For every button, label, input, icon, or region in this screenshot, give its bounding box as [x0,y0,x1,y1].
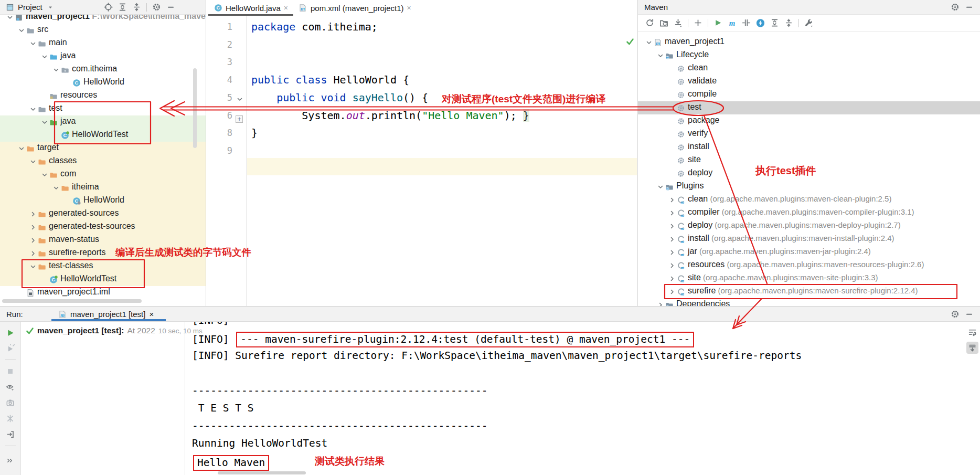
add-icon[interactable] [694,18,702,27]
generate-sources-icon[interactable] [659,18,668,27]
chevron-down-icon[interactable] [656,51,665,60]
chevron-down-icon[interactable] [40,52,49,61]
project-tree-item-java[interactable]: java [0,50,206,63]
exit-icon[interactable] [6,430,15,439]
chevron-down-icon[interactable] [28,104,37,113]
maven-tree-item-install[interactable]: install [638,141,980,154]
hide-icon[interactable] [166,3,175,12]
project-tree-item-helloworld[interactable]: CHelloWorld [0,76,206,89]
hide-icon[interactable] [965,3,974,12]
rerun-icon[interactable] [6,328,15,337]
project-tree-item-java[interactable]: java [0,115,206,129]
project-tree-item-maven-status[interactable]: maven-status [0,234,206,247]
maven-tree-item-plugins[interactable]: Plugins [638,180,980,193]
project-tree-item-classes[interactable]: classes [0,155,206,168]
project-tree-item-test-classes[interactable]: test-classes [0,260,206,273]
chevron-down-icon[interactable] [644,38,653,47]
hide-icon[interactable] [965,310,974,319]
maven-tree-item-install[interactable]: minstall (org.apache.maven.plugins:maven… [638,233,980,246]
reload-icon[interactable] [645,18,654,27]
collapse-all-icon[interactable] [784,18,793,27]
locate-icon[interactable] [104,3,113,12]
maven-tree-item-clean[interactable]: mclean (org.apache.maven.plugins:maven-c… [638,193,980,206]
chevron-right-icon[interactable] [667,287,676,296]
project-tree-item-maven-project1-iml[interactable]: maven_project1.iml [0,286,206,299]
soft-wrap-icon[interactable] [968,328,977,336]
project-tree-item-generated-sources[interactable]: generated-sources [0,207,206,220]
maven-tree-item-deploy[interactable]: mdeploy (org.apache.maven.plugins:maven-… [638,219,980,233]
settings-icon[interactable] [152,3,161,12]
maven-tree-item-validate[interactable]: validate [638,75,980,88]
project-tree-item-maven-project1[interactable]: maven_project1 F:\WorkSpace\itheima_mave… [0,15,206,24]
project-tree-item-src[interactable]: src [0,24,206,37]
close-icon[interactable]: × [284,4,288,12]
chevron-down-icon[interactable] [40,170,49,179]
download-sources-icon[interactable] [674,18,683,27]
scroll-to-end-icon[interactable] [966,342,978,354]
chevron-right-icon[interactable] [667,274,676,283]
project-tree-item-generated-test-sources[interactable]: generated-test-sources [0,220,206,234]
maven-tree-item-jar[interactable]: mjar (org.apache.maven.plugins:maven-jar… [638,246,980,259]
fold-expand-icon[interactable]: + [236,111,243,119]
chevron-right-icon[interactable] [667,261,676,270]
project-vertical-scrollbar[interactable] [193,68,197,148]
screenshot-icon[interactable] [6,398,15,407]
editor-tab-pom-xml[interactable]: mpom.xml (maven_project1)× [293,0,417,16]
chevron-down-icon[interactable] [28,157,37,166]
run-console[interactable]: [INFO][INFO] --- maven-surefire-plugin:2… [186,322,965,475]
chevron-right-icon[interactable] [667,235,676,244]
maven-tree-item-compile[interactable]: compile [638,88,980,101]
chevron-right-icon[interactable] [28,209,37,218]
project-tree-item-helloworldtest[interactable]: CHelloWorldTest [0,129,206,142]
maven-tree-item-site[interactable]: msite (org.apache.maven.plugins:maven-si… [638,272,980,285]
maven-tree-item-dependencies[interactable]: Dependencies [638,298,980,306]
expand-all-icon[interactable] [118,3,127,12]
project-tree-item-resources[interactable]: resources [0,89,206,102]
inspections-ok-icon[interactable] [625,37,634,46]
chevron-right-icon[interactable] [656,300,665,306]
close-icon[interactable]: × [149,310,154,319]
chevron-right-icon[interactable] [28,236,37,245]
close-icon[interactable]: × [407,4,411,12]
chevron-down-icon[interactable] [28,39,37,48]
editor-tab-helloworld-java[interactable]: CHelloWorld.java× [208,0,293,16]
project-panel-title[interactable]: Project [18,3,42,12]
stop-icon[interactable] [6,367,15,376]
console-horizontal-scrollbar[interactable] [218,471,306,474]
toggle-offline-icon[interactable] [742,18,751,27]
settings-icon[interactable] [951,310,960,319]
chevron-down-icon[interactable] [46,3,55,12]
maven-tree-item-test[interactable]: test [638,101,980,114]
fold-arrow-icon[interactable] [236,93,243,101]
maven-tree-item-maven-project1[interactable]: mmaven_project1 [638,36,980,49]
project-tree-item-itheima[interactable]: itheima [0,181,206,194]
chevron-down-icon[interactable] [5,15,14,22]
maven-tree-item-verify[interactable]: verify [638,128,980,141]
project-tree-item-com-itheima[interactable]: com.itheima [0,63,206,76]
maven-tree-item-clean[interactable]: clean [638,62,980,75]
maven-tree-item-package[interactable]: package [638,114,980,128]
collapse-all-icon[interactable] [132,3,141,12]
maven-tree-item-surefire[interactable]: msurefire (org.apache.maven.plugins:mave… [638,285,980,298]
rerun-failed-icon[interactable] [6,344,15,353]
chevron-right-icon[interactable] [667,221,676,230]
maven-tree-item-resources[interactable]: mresources (org.apache.maven.plugins:mav… [638,259,980,272]
chevron-down-icon[interactable] [28,262,37,271]
run-icon[interactable] [713,18,722,27]
chevron-right-icon[interactable] [667,208,676,217]
maven-tree-item-lifecycle[interactable]: Lifecycle [638,49,980,62]
chevron-down-icon[interactable] [40,118,49,126]
project-tree-item-target[interactable]: target [0,142,206,155]
settings-icon[interactable] [951,3,960,12]
show-passed-icon[interactable] [6,383,15,392]
chevron-right-icon[interactable] [667,248,676,257]
project-horizontal-scrollbar[interactable] [2,299,142,303]
more-icon[interactable] [6,456,15,465]
chevron-right-icon[interactable] [28,223,37,231]
test-history-icon[interactable] [6,414,15,423]
chevron-down-icon[interactable] [17,26,26,35]
chevron-right-icon[interactable] [28,249,37,258]
chevron-down-icon[interactable] [17,144,26,153]
expand-all-icon[interactable] [770,18,779,27]
chevron-down-icon[interactable] [51,65,60,74]
